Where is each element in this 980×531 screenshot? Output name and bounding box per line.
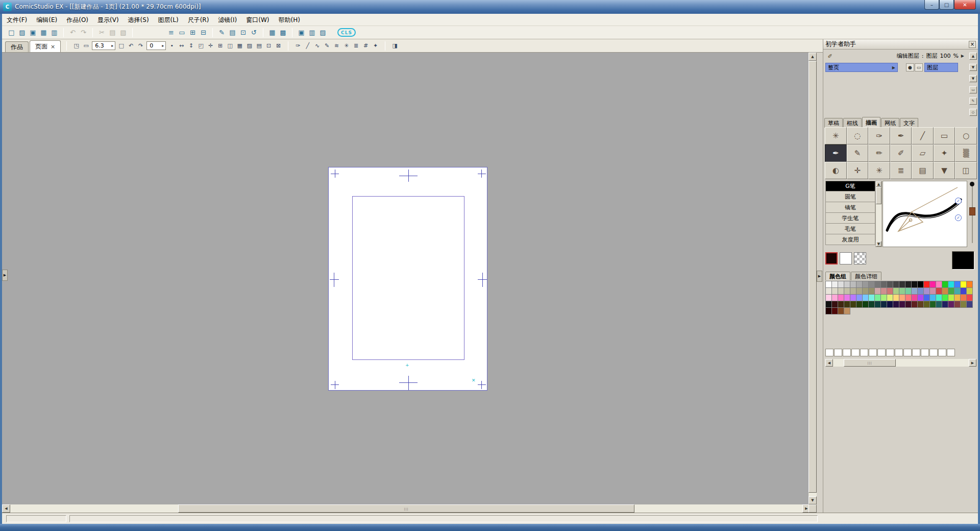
document-tab-page[interactable]: 页面× xyxy=(30,40,61,52)
assistant-tab-text[interactable]: 文字 xyxy=(900,118,918,128)
eyedropper-tool-button[interactable]: ◐ xyxy=(825,162,847,179)
template-thumbnail[interactable] xyxy=(860,349,868,356)
assistant-tab-draft[interactable]: 草稿 xyxy=(824,118,843,128)
focus-lines-quick-icon[interactable]: ✦ xyxy=(371,41,380,51)
new-page-view-icon[interactable]: □ xyxy=(116,41,126,51)
assistant-tab-frame[interactable]: 框线 xyxy=(843,118,862,128)
page-setup-icon[interactable]: ▭ xyxy=(81,41,91,51)
parallel-lines-quick-icon[interactable]: ≣ xyxy=(351,41,361,51)
panel-scroll-thumb[interactable]: ||| xyxy=(844,359,896,367)
slider-thumb[interactable] xyxy=(969,207,975,215)
assistant-tab-draw[interactable]: 描画 xyxy=(862,117,880,128)
menu-item-2[interactable]: 作品(O) xyxy=(62,14,93,26)
airbrush-tool-button[interactable]: ✦ xyxy=(934,144,955,162)
add-page-button[interactable]: ⊞ xyxy=(187,27,198,38)
sketch-quick-icon[interactable]: ✎ xyxy=(322,41,332,51)
marker-tool-button[interactable]: ✒ xyxy=(890,127,912,144)
color-detail-tab[interactable]: 颜色详细 xyxy=(851,272,881,280)
template-thumbnail[interactable] xyxy=(834,349,842,356)
hatch-quick-icon[interactable]: ≋ xyxy=(332,41,341,51)
panel-scroll-right-icon[interactable]: ▶ xyxy=(969,359,976,367)
canvas-horizontal-scrollbar[interactable]: ◀ ▶ ||| xyxy=(2,504,811,513)
layer-item[interactable]: 图层 xyxy=(924,63,958,72)
ruler-toggle-icon[interactable]: ▤ xyxy=(254,41,264,51)
flip-horizontal-icon[interactable]: ↔ xyxy=(177,41,186,51)
page-manager-button[interactable]: ▭ xyxy=(177,27,187,38)
panel-scroll-down-icon[interactable]: ▼ xyxy=(969,64,977,71)
pencil-tool-button[interactable]: ✎ xyxy=(847,144,869,162)
template-thumbnail[interactable] xyxy=(929,349,938,356)
snap-toggle-icon[interactable]: ▦ xyxy=(235,41,244,51)
guide-toggle-icon[interactable]: ◫ xyxy=(225,41,235,51)
history-palette-button[interactable]: ↺ xyxy=(249,27,259,38)
properties-palette-button[interactable]: ▣ xyxy=(296,27,307,38)
scroll-left-button[interactable]: ◀ xyxy=(2,504,10,513)
opacity-spinner-icon[interactable]: ▶ xyxy=(961,54,964,58)
move-view-icon[interactable]: ✛ xyxy=(206,41,215,51)
select-pen-tool-button[interactable]: ✑ xyxy=(868,127,890,144)
panel-horizontal-scrollbar[interactable]: ◀ ▶ ||| xyxy=(825,359,976,367)
full-page-item[interactable]: 整页 ▶ xyxy=(825,63,898,72)
pen-setting-check-2-icon[interactable]: ✓ xyxy=(955,214,962,221)
template-thumbnail[interactable] xyxy=(938,349,946,356)
scroll-up-button[interactable]: ▲ xyxy=(808,53,817,61)
template-thumbnail[interactable] xyxy=(869,349,877,356)
tools-palette-button[interactable]: ✎ xyxy=(216,27,227,38)
palette-color[interactable] xyxy=(966,294,973,301)
right-panel-collapse-handle[interactable]: ▶ xyxy=(817,271,822,282)
console-window-button[interactable]: ▥ xyxy=(307,27,317,38)
current-color-display[interactable] xyxy=(952,251,974,270)
pen-scroll-thumb[interactable] xyxy=(876,187,881,204)
print-button[interactable]: ▥ xyxy=(49,27,60,38)
tone-view-icon[interactable]: ▨ xyxy=(244,41,254,51)
panel-scroll-left-icon[interactable]: ◀ xyxy=(825,359,833,367)
minimize-button[interactable]: – xyxy=(924,0,939,10)
actions-palette-button[interactable]: ▨ xyxy=(317,27,328,38)
left-panel-expand-handle[interactable]: ▶ xyxy=(2,270,8,281)
line-quick-icon[interactable]: ╱ xyxy=(303,41,312,51)
template-thumbnail[interactable] xyxy=(895,349,903,356)
gradient-tool-button[interactable]: ▤ xyxy=(912,162,934,179)
story-editor-button[interactable]: ≡ xyxy=(166,27,177,38)
menu-item-0[interactable]: 文件(F) xyxy=(2,14,32,26)
swatch-transparent[interactable] xyxy=(854,252,866,264)
trim-marks-toggle-icon[interactable]: ⊠ xyxy=(274,41,283,51)
palette-color[interactable] xyxy=(966,301,973,308)
pen-item-1[interactable]: 圆笔 xyxy=(825,191,875,202)
tones-palette-button[interactable]: ▩ xyxy=(278,27,288,38)
canvas-area[interactable]: + ✕ ◀ ▶ ||| ▲ ▼ xyxy=(2,53,817,513)
maximize-button[interactable]: □ xyxy=(939,0,954,10)
page-panel-toggle-icon[interactable]: ◨ xyxy=(390,41,400,51)
color-set-tab[interactable]: 颜色组 xyxy=(825,272,850,280)
vertical-scroll-thumb[interactable] xyxy=(808,61,817,493)
document-tab-works[interactable]: 作品 xyxy=(5,41,29,52)
crosshatch-quick-icon[interactable]: # xyxy=(361,41,371,51)
template-thumbnail[interactable] xyxy=(921,349,929,356)
burst-quick-icon[interactable]: ✳ xyxy=(341,41,351,51)
pen-item-2[interactable]: 镝笔 xyxy=(825,202,875,213)
menu-item-6[interactable]: 尺子(R) xyxy=(183,14,214,26)
save-all-button[interactable]: ▦ xyxy=(38,27,49,38)
template-thumbnail[interactable] xyxy=(912,349,920,356)
scroll-down-button[interactable]: ▼ xyxy=(808,496,817,504)
canvas-vertical-scrollbar[interactable]: ▲ ▼ xyxy=(808,53,817,504)
pen-scroll-up-icon[interactable]: ▲ xyxy=(876,181,881,187)
rotate-ccw-icon[interactable]: ↶ xyxy=(126,41,136,51)
close-button[interactable]: ✕ xyxy=(954,0,976,10)
felt-pen-tool-button[interactable]: ✏ xyxy=(868,144,890,162)
palette-color[interactable] xyxy=(966,281,973,288)
materials-palette-button[interactable]: ▦ xyxy=(267,27,278,38)
template-thumbnail[interactable] xyxy=(877,349,886,356)
move-tool-button[interactable]: ✛ xyxy=(847,162,869,179)
horizontal-scroll-thumb[interactable]: ||| xyxy=(178,504,634,513)
page-document[interactable]: + ✕ xyxy=(328,167,487,391)
menu-item-7[interactable]: 滤镜(I) xyxy=(213,14,241,26)
swatch-dark[interactable] xyxy=(825,252,838,264)
tab-close-icon[interactable]: × xyxy=(51,43,55,50)
menu-item-9[interactable]: 帮助(H) xyxy=(274,14,305,26)
pen-item-0[interactable]: G笔 xyxy=(825,181,875,191)
layer-opacity-value[interactable]: 100 xyxy=(940,53,950,59)
brush-tool-button[interactable]: ✐ xyxy=(890,144,912,162)
ellipse-tool-button[interactable]: ○ xyxy=(955,127,977,144)
fit-canvas-icon[interactable]: ◳ xyxy=(71,41,81,51)
